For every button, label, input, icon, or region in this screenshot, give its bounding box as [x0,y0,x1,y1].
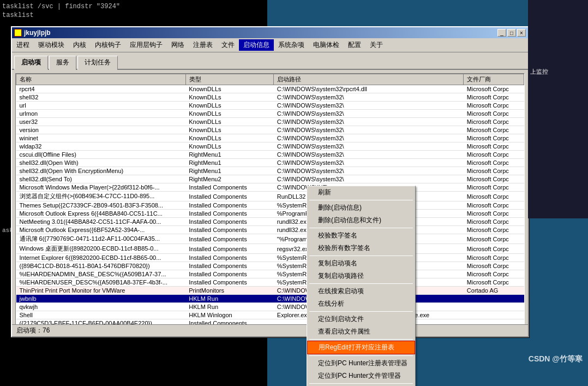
context-menu-item[interactable]: 定位到PC Hunter文件管理器 [307,370,415,382]
table-row[interactable]: cscui.dll(Offline Files)RightMenu1C:\WIN… [16,151,524,159]
menu-system[interactable]: 系统杂项 [274,39,309,51]
cell-name: %IEHARDENUSER_DESC%({A509B1A8-37EF-4b3f-… [16,278,186,287]
cell-path: C:\WINDOWS\system32\ [274,167,464,175]
cell-vendor: Microsoft Corpc [464,142,524,151]
cell-vendor: Microsoft Corpc [464,175,524,183]
menu-drivers[interactable]: 驱动模块 [34,39,69,51]
menu-startup[interactable]: 启动信息 [239,39,274,51]
cell-type: KnownDLLs [185,93,274,102]
cell-name: %IEHARDENADMIN_BASE_DESC%({A509B1A7-37..… [16,270,186,278]
menu-about[interactable]: 关于 [365,39,387,51]
table-row[interactable]: Internet Explorer 6({89820200-ECBD-11cf-… [16,254,524,262]
table-row[interactable]: Microsoft Outlook Express 6({44BBA840-CC… [16,210,524,218]
table-row[interactable]: versionKnownDLLsC:\WINDOWS\system32\Micr… [16,126,524,134]
table-row[interactable]: Microsoft Windows Media Player(>{22d6f31… [16,183,524,192]
table-row[interactable]: jwbnlbHKLM RunC:\WINDOWS\system32\qvkwjn… [16,295,524,303]
cell-vendor [464,303,524,311]
menu-network[interactable]: 网络 [167,39,189,51]
context-menu-item[interactable]: 查看启动文件属性 [307,325,415,338]
cell-type: RightMenu1 [185,151,274,159]
title-buttons: _ □ × [497,29,526,37]
cell-vendor: Microsoft Corpc [464,102,524,110]
table-row[interactable]: ThinPrint Print Port Monitor for VMWareP… [16,287,524,295]
context-menu-item[interactable]: 定位到启动文件 [307,313,415,325]
table-row[interactable]: urlmonKnownDLLsC:\WINDOWS\system32\Micro… [16,110,524,118]
startup-table: 名称 类型 启动路径 文件厂商 rpcrt4KnownDLLsC:\WINDOW… [16,74,524,331]
maximize-button[interactable]: □ [507,29,516,37]
tab-startup[interactable]: 启动项 [14,56,48,70]
cell-type: KnownDLLs [185,85,274,93]
table-row[interactable]: ShellHKLM WinlogonExplorer.exe C:\WINDOW… [16,311,524,319]
menu-config[interactable]: 配置 [344,39,365,51]
menu-kernel[interactable]: 内核 [69,39,91,51]
context-menu-item[interactable]: 在线搜索启动项 [307,285,415,298]
menu-app-hook[interactable]: 应用层钩子 [125,39,167,51]
cell-vendor [464,295,524,303]
cell-type: RightMenu1 [185,167,274,175]
table-row[interactable]: wininetKnownDLLsC:\WINDOWS\system32\Micr… [16,134,524,142]
cell-name: url [16,102,186,110]
menu-kernel-hook[interactable]: 内核钩子 [91,39,125,51]
context-menu-item[interactable]: 刷新 [307,186,415,199]
menu-registry[interactable]: 注册表 [189,39,217,51]
cell-type: KnownDLLs [185,134,274,142]
cell-path: C:\WINDOWS\system32\ [274,159,464,167]
cell-vendor: Microsoft Corpc [464,278,524,287]
watermark: CSDN @竹等寒 [529,354,583,364]
cell-type: PrintMonitors [185,287,274,295]
table-row[interactable]: 浏览器自定义组件(>{60B49E34-C7CC-11D0-895...Inst… [16,192,524,201]
table-row[interactable]: qvkwjhHKLM RunC:\WINDOWS\system32\severe… [16,303,524,311]
close-button[interactable]: × [517,29,526,37]
context-menu-item[interactable]: 复制启动项路径 [307,270,415,282]
cell-type: KnownDLLs [185,110,274,118]
context-menu-item[interactable]: 用RegEdit打开对应注册表 [307,341,415,354]
table-row[interactable]: Windows 桌面更新({89820200-ECBD-11cf-8B85-0.… [16,244,524,254]
minimize-button[interactable]: _ [497,29,506,37]
cell-name: shell32.dll(Open With EncryptionMenu) [16,167,186,175]
menu-process[interactable]: 进程 [12,39,34,51]
cell-vendor: Microsoft Corpc [464,110,524,118]
cell-path: C:\WINDOWS\system32\ [274,142,464,151]
tab-scheduled[interactable]: 计划任务 [77,56,118,70]
table-row[interactable]: ({89B4C1CD-B018-4511-B0A1-5476DBF70820})… [16,262,524,270]
cell-type: Installed Components [185,270,274,278]
table-row[interactable]: 通讯簿 6({7790769C-0471-11d2-AF11-00C04FA35… [16,234,524,244]
table-row[interactable]: %IEHARDENADMIN_BASE_DESC%({A509B1A7-37..… [16,270,524,278]
cell-vendor: Cortado AG [464,287,524,295]
table-wrapper[interactable]: 名称 类型 启动路径 文件厂商 rpcrt4KnownDLLsC:\WINDOW… [16,74,524,331]
table-row[interactable]: urlKnownDLLsC:\WINDOWS\system32\Microsof… [16,102,524,110]
context-menu-item[interactable]: 校验数字签名 [307,229,415,242]
cell-type: Installed Components [185,183,274,192]
tab-service[interactable]: 服务 [49,56,76,70]
context-separator [309,200,413,200]
table-row[interactable]: Themes Setup({2C7339CF-2B09-4501-B3F3-F3… [16,201,524,210]
context-menu-item[interactable]: 校验所有数字签名 [307,242,415,254]
table-row[interactable]: shell32.dll(Open With EncryptionMenu)Rig… [16,167,524,175]
context-menu-item[interactable]: 在线分析 [307,298,415,310]
table-row[interactable]: shell32.dll(Send To)RightMenu2C:\WINDOWS… [16,175,524,183]
cell-name: jwbnlb [16,295,186,303]
table-row[interactable]: NetMeeting 3.01({44BBA842-CC51-11CF-AAFA… [16,218,524,226]
menu-checkup[interactable]: 电脑体检 [309,39,344,51]
table-row[interactable]: user32KnownDLLsC:\WINDOWS\system32\Micro… [16,118,524,126]
cell-type: Installed Components [185,210,274,218]
table-row[interactable]: wldap32KnownDLLsC:\WINDOWS\system32\Micr… [16,142,524,151]
table-row[interactable]: shell32.dll(Open With)RightMenu1C:\WINDO… [16,159,524,167]
context-menu-item[interactable]: 复制启动项名 [307,257,415,270]
context-menu-item[interactable]: 删除(启动信息和文件) [307,214,415,227]
menu-file[interactable]: 文件 [217,39,239,51]
cell-type: RightMenu1 [185,159,274,167]
context-separator [309,256,413,256]
table-row[interactable]: Microsoft Outlook Express({6BF52A52-394A… [16,226,524,234]
table-row[interactable]: %IEHARDENUSER_DESC%({A509B1A8-37EF-4b3f-… [16,278,524,287]
context-menu-item[interactable]: 删除(启动信息) [307,201,415,214]
cell-type: Installed Components [185,278,274,287]
cell-vendor: Microsoft Corpc [464,159,524,167]
context-menu-item[interactable]: 定位到PC Hunter注册表管理器 [307,357,415,370]
table-row[interactable]: rpcrt4KnownDLLsC:\WINDOWS\system32\rpcrt… [16,85,524,93]
table-row[interactable]: shell32KnownDLLsC:\WINDOWS\system32\Micr… [16,93,524,102]
cell-vendor: Microsoft Corpc [464,201,524,210]
context-separator [309,228,413,228]
cell-name: rpcrt4 [16,85,186,93]
cell-path: C:\WINDOWS\system32\rpcrt4.dll [274,85,464,93]
